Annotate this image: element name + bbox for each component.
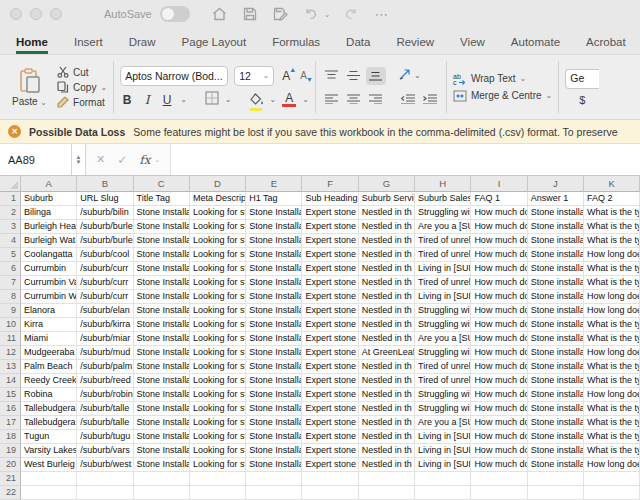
cell-b15[interactable]: /suburb/robin xyxy=(77,388,133,402)
cell-f8[interactable]: Expert stone xyxy=(302,290,358,304)
cell-i7[interactable]: How much do xyxy=(471,276,527,290)
cell-c8[interactable]: Stone Installa xyxy=(134,290,190,304)
cell-b20[interactable]: /suburb/west xyxy=(77,458,133,472)
cell-f22[interactable] xyxy=(302,486,358,500)
cell-j13[interactable]: Stone installa xyxy=(528,360,584,374)
home-icon[interactable] xyxy=(212,7,227,21)
cell-j3[interactable]: Stone installa xyxy=(528,220,584,234)
number-format-combo[interactable]: Ge xyxy=(565,69,599,89)
cell-d8[interactable]: Looking for st xyxy=(190,290,246,304)
cell-j21[interactable] xyxy=(528,472,584,486)
cell-k16[interactable]: What is the ty xyxy=(584,402,640,416)
cell-d2[interactable]: Looking for st xyxy=(190,206,246,220)
cell-j5[interactable]: Stone installa xyxy=(528,248,584,262)
cell-a17[interactable]: Tallebudgera xyxy=(21,416,77,430)
cell-f15[interactable]: Expert stone xyxy=(302,388,358,402)
cell-i22[interactable] xyxy=(471,486,527,500)
cell-g13[interactable]: Nestled in th xyxy=(359,360,415,374)
cell-i17[interactable]: How much do xyxy=(471,416,527,430)
cell-j10[interactable]: Stone installa xyxy=(528,318,584,332)
cell-a1[interactable]: Suburb xyxy=(21,192,77,206)
zoom-window-button[interactable] xyxy=(50,8,62,20)
cell-k7[interactable]: What is the ty xyxy=(584,276,640,290)
cell-k3[interactable]: What is the ty xyxy=(584,220,640,234)
cell-f4[interactable]: Expert stone xyxy=(302,234,358,248)
cell-c6[interactable]: Stone Installa xyxy=(134,262,190,276)
name-box[interactable]: AA89 xyxy=(0,144,72,175)
cell-i8[interactable]: How much do xyxy=(471,290,527,304)
cell-g16[interactable]: Nestled in th xyxy=(359,402,415,416)
cell-k1[interactable]: FAQ 2 xyxy=(584,192,640,206)
cell-k11[interactable]: What is the ty xyxy=(584,332,640,346)
cell-g22[interactable] xyxy=(359,486,415,500)
cell-g15[interactable]: Nestled in th xyxy=(359,388,415,402)
cell-h9[interactable]: Struggling wit xyxy=(415,304,471,318)
cell-c12[interactable]: Stone Installa xyxy=(134,346,190,360)
cell-e7[interactable]: Stone Installa xyxy=(246,276,302,290)
cell-g2[interactable]: Nestled in th xyxy=(359,206,415,220)
minimize-window-button[interactable] xyxy=(30,8,42,20)
cell-k12[interactable]: How long doe xyxy=(584,346,640,360)
bottom-align-button[interactable] xyxy=(366,67,386,85)
column-header-j[interactable]: J xyxy=(528,176,584,192)
cell-a4[interactable]: Burleigh Wat xyxy=(21,234,77,248)
cell-f3[interactable]: Expert stone xyxy=(302,220,358,234)
cell-j6[interactable]: Stone installa xyxy=(528,262,584,276)
cell-c11[interactable]: Stone Installa xyxy=(134,332,190,346)
cell-a21[interactable] xyxy=(21,472,77,486)
cell-e3[interactable]: Stone Installa xyxy=(246,220,302,234)
cell-h21[interactable] xyxy=(415,472,471,486)
cell-h4[interactable]: Tired of unrel xyxy=(415,234,471,248)
cell-f10[interactable]: Expert stone xyxy=(302,318,358,332)
cell-i16[interactable]: How much do xyxy=(471,402,527,416)
cell-f16[interactable]: Expert stone xyxy=(302,402,358,416)
cell-k18[interactable]: What is the ty xyxy=(584,430,640,444)
italic-button[interactable]: I xyxy=(140,93,154,107)
cell-d16[interactable]: Looking for st xyxy=(190,402,246,416)
cell-j4[interactable]: Stone installa xyxy=(528,234,584,248)
decrease-indent-button[interactable] xyxy=(398,90,418,108)
cell-e19[interactable]: Stone Installa xyxy=(246,444,302,458)
tab-view[interactable]: View xyxy=(460,36,485,54)
cell-a19[interactable]: Varsity Lakes xyxy=(21,444,77,458)
tab-page-layout[interactable]: Page Layout xyxy=(182,36,247,54)
cell-d3[interactable]: Looking for st xyxy=(190,220,246,234)
column-header-b[interactable]: B xyxy=(77,176,133,192)
cell-d15[interactable]: Looking for st xyxy=(190,388,246,402)
cell-f9[interactable]: Expert stone xyxy=(302,304,358,318)
cell-d14[interactable]: Looking for st xyxy=(190,374,246,388)
cell-d17[interactable]: Looking for st xyxy=(190,416,246,430)
cell-k14[interactable]: What is the ty xyxy=(584,374,640,388)
cell-g7[interactable]: Nestled in th xyxy=(359,276,415,290)
cell-e5[interactable]: Stone Installa xyxy=(246,248,302,262)
cell-c9[interactable]: Stone Installa xyxy=(134,304,190,318)
row-header-12[interactable]: 12 xyxy=(0,346,21,360)
cell-k17[interactable]: What is the ty xyxy=(584,416,640,430)
cell-c13[interactable]: Stone Installa xyxy=(134,360,190,374)
cell-a13[interactable]: Palm Beach xyxy=(21,360,77,374)
cell-g6[interactable]: Nestled in th xyxy=(359,262,415,276)
stepper-down-icon[interactable]: ▼ xyxy=(76,160,82,165)
row-header-21[interactable]: 21 xyxy=(0,472,21,486)
cell-e17[interactable]: Stone Installa xyxy=(246,416,302,430)
cell-h17[interactable]: Are you a [SU xyxy=(415,416,471,430)
cell-c17[interactable]: Stone Installa xyxy=(134,416,190,430)
formula-input[interactable] xyxy=(171,144,640,175)
cell-j17[interactable]: Stone installa xyxy=(528,416,584,430)
cell-e18[interactable]: Stone Installa xyxy=(246,430,302,444)
cell-c18[interactable]: Stone Installa xyxy=(134,430,190,444)
cell-d4[interactable]: Looking for st xyxy=(190,234,246,248)
align-right-button[interactable] xyxy=(366,90,386,108)
font-size-combo[interactable]: 12⌄ xyxy=(234,66,274,86)
cell-b5[interactable]: /suburb/cool xyxy=(77,248,133,262)
cell-h22[interactable] xyxy=(415,486,471,500)
cell-k20[interactable]: How long doe xyxy=(584,458,640,472)
cell-j20[interactable]: Stone installa xyxy=(528,458,584,472)
cell-f1[interactable]: Sub Heading xyxy=(302,192,358,206)
row-header-4[interactable]: 4 xyxy=(0,234,21,248)
cell-d21[interactable] xyxy=(190,472,246,486)
row-header-11[interactable]: 11 xyxy=(0,332,21,346)
row-header-14[interactable]: 14 xyxy=(0,374,21,388)
cell-i21[interactable] xyxy=(471,472,527,486)
copy-button[interactable]: Copy ⌄ xyxy=(57,81,107,93)
